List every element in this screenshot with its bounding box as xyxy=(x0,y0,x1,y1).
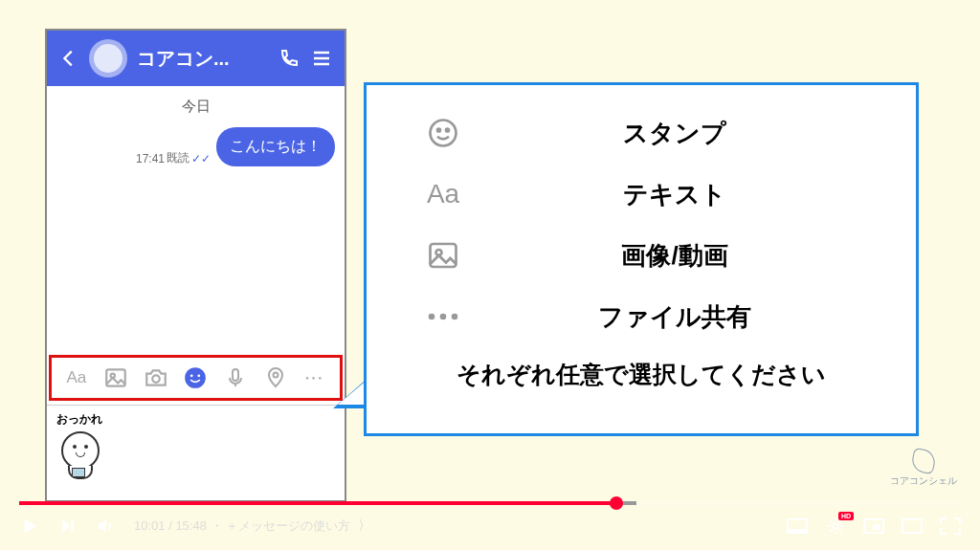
brand-logo: コアコンシェル xyxy=(890,450,957,488)
svg-rect-11 xyxy=(431,244,457,267)
svg-rect-16 xyxy=(71,519,74,532)
chat-header: コアコン... xyxy=(47,31,345,86)
date-label: 今日 xyxy=(56,98,335,116)
callout-instruction: それぞれ任意で選択してください xyxy=(386,359,897,390)
read-check-icon: ✓✓ xyxy=(191,152,211,165)
legend-label: スタンプ xyxy=(623,119,726,147)
legend-label: 画像/動画 xyxy=(621,241,727,270)
legend-row-text: Aa テキスト xyxy=(424,175,897,213)
sticker-caption: おっかれ xyxy=(56,411,335,428)
sticker-panel: おっかれ xyxy=(47,405,345,500)
chevron-right-icon[interactable]: 〉 xyxy=(358,517,371,533)
sticker-character[interactable] xyxy=(56,431,104,479)
svg-point-8 xyxy=(431,121,457,146)
svg-point-15 xyxy=(452,314,458,320)
play-button[interactable] xyxy=(19,516,40,537)
call-icon[interactable] xyxy=(278,47,301,70)
chat-area: 今日 17:41 既読 ✓✓ こんにちは！ Aa xyxy=(47,86,345,500)
svg-point-10 xyxy=(446,129,449,132)
volume-button[interactable] xyxy=(96,516,117,537)
more-dots-icon xyxy=(424,297,462,336)
progress-played xyxy=(19,501,616,505)
svg-point-9 xyxy=(437,129,440,132)
toolbar-highlight xyxy=(49,355,343,401)
legend-label: テキスト xyxy=(623,180,726,209)
theater-button[interactable] xyxy=(902,516,923,537)
svg-point-17 xyxy=(833,523,838,529)
fullscreen-button[interactable] xyxy=(940,516,961,537)
image-icon xyxy=(424,236,462,275)
hd-badge: HD xyxy=(838,512,854,520)
smile-icon xyxy=(424,114,462,152)
time-display: 10:01 / 15:48 ・ ＋メッセージの使い方 〉 xyxy=(134,517,371,535)
progress-bar[interactable] xyxy=(19,501,961,505)
video-controls: 10:01 / 15:48 ・ ＋メッセージの使い方 〉 HD xyxy=(0,507,980,545)
message-meta: 17:41 既読 ✓✓ xyxy=(136,150,211,166)
legend-row-image: 画像/動画 xyxy=(424,236,897,275)
legend-label: ファイル共有 xyxy=(598,302,751,331)
next-button[interactable] xyxy=(57,516,78,537)
svg-point-13 xyxy=(429,314,435,320)
phone-mockup: コアコン... 今日 17:41 既読 ✓✓ こんにちは！ Aa xyxy=(45,29,346,502)
legend-row-stamp: スタンプ xyxy=(424,114,897,152)
aa-icon: Aa xyxy=(424,175,462,213)
subtitles-button[interactable] xyxy=(787,516,808,537)
miniplayer-button[interactable] xyxy=(863,516,884,537)
settings-button[interactable]: HD xyxy=(825,516,846,537)
contact-name: コアコン... xyxy=(137,46,268,72)
avatar[interactable] xyxy=(89,39,127,77)
menu-icon[interactable] xyxy=(310,47,333,70)
message-bubble: こんにちは！ xyxy=(216,127,335,166)
message-row: 17:41 既読 ✓✓ こんにちは！ xyxy=(56,127,335,166)
back-arrow-icon[interactable] xyxy=(58,48,79,69)
legend-row-file: ファイル共有 xyxy=(424,297,897,336)
callout-box: スタンプ Aa テキスト 画像/動画 ファイル共有 それぞれ任意で選択してくださ… xyxy=(364,82,919,436)
svg-point-14 xyxy=(440,314,447,320)
